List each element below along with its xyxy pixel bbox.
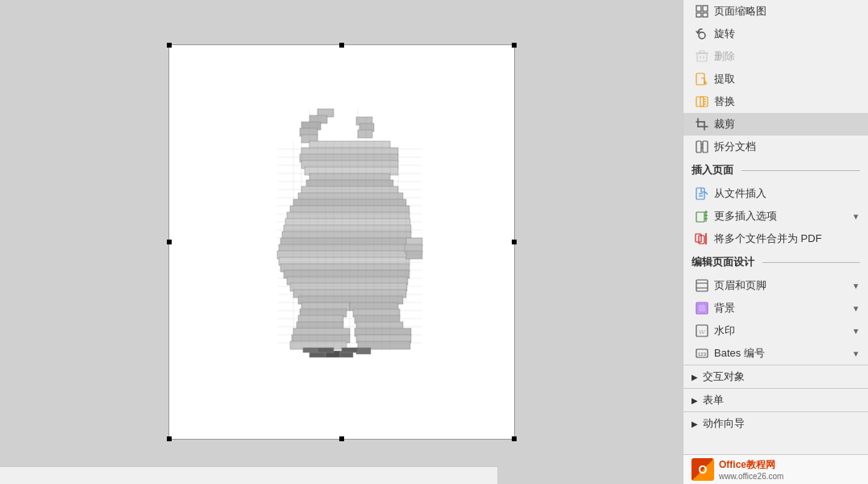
collapse-triangle-icon: ▶: [691, 396, 698, 405]
section-header-edit: 编辑页面设计: [683, 250, 868, 274]
menu-label-rotate: 旋转: [714, 27, 735, 41]
svg-point-101: [699, 32, 705, 39]
svg-text:123: 123: [698, 352, 707, 357]
office-site-name: Office教程网: [719, 458, 783, 472]
menu-item-watermark[interactable]: W 水印 ▼: [683, 319, 868, 342]
svg-rect-98: [703, 6, 708, 11]
split-icon: [695, 140, 709, 154]
svg-rect-96: [342, 348, 358, 353]
dropdown-arrow-icon: ▼: [852, 282, 860, 290]
handle-bottom-right[interactable]: [512, 436, 517, 441]
merge-icon: [695, 232, 709, 246]
menu-label-watermark: 水印: [714, 323, 735, 338]
menu-label-extract: 提取: [714, 72, 735, 86]
handle-mid-left[interactable]: [167, 240, 172, 244]
svg-rect-99: [696, 13, 701, 17]
dropdown-arrow-icon: ▼: [852, 327, 860, 336]
rotate-icon: [695, 27, 709, 41]
svg-rect-134: [696, 280, 708, 291]
menu-item-replace[interactable]: 替换: [683, 90, 868, 113]
section-edit-design: 编辑页面设计 页眉和页脚 ▼ 背景 ▼ W 水印 ▼ 123 Bates 编号 …: [683, 250, 868, 365]
collapsible-sections: ▶ 交互对象 ▶ 表单 ▶ 动作向导: [683, 365, 868, 435]
menu-label-header-footer: 页眉和页脚: [714, 278, 766, 293]
arrow-icon: ▼: [852, 212, 860, 221]
svg-rect-100: [703, 13, 708, 17]
menu-item-bates[interactable]: 123 Bates 编号 ▼: [683, 342, 868, 365]
svg-rect-95: [356, 348, 371, 354]
collapsible-label-action: 动作向导: [703, 416, 745, 431]
background-icon: [695, 301, 709, 315]
svg-rect-102: [697, 53, 707, 61]
menu-label-merge-pdf: 将多个文件合并为 PDF: [714, 232, 822, 246]
svg-rect-107: [696, 73, 704, 85]
watermark-icon: W: [695, 323, 709, 338]
office-text: Office教程网 www.office26.com: [719, 458, 783, 481]
section-header-insert: 插入页面: [683, 158, 868, 182]
collapsible-interactive[interactable]: ▶ 交互对象: [683, 365, 868, 388]
menu-label-more-insert: 更多插入选项: [714, 209, 777, 223]
handle-mid-right[interactable]: [512, 240, 517, 244]
menu-item-background[interactable]: 背景 ▼: [683, 297, 868, 319]
insert-file-icon: [695, 186, 709, 201]
menu-item-insert-from-file[interactable]: 从文件插入: [683, 182, 868, 205]
menu-item-extract[interactable]: 提取: [683, 68, 868, 90]
menu-label-background: 背景: [714, 301, 735, 315]
menu-item-rotate[interactable]: 旋转: [683, 23, 868, 45]
dropdown-arrow-icon: ▼: [852, 349, 860, 358]
right-panel: 页面缩略图 旋转 删除 提取 替换 裁剪 拆分文档 插入页面 从文件插入 更多插…: [683, 0, 868, 484]
handle-bottom-mid[interactable]: [339, 436, 344, 441]
menu-item-crop[interactable]: 裁剪: [683, 113, 868, 136]
menu-item-merge-pdf[interactable]: 将多个文件合并为 PDF: [683, 227, 868, 250]
svg-rect-93: [303, 348, 318, 353]
menu-item-more-insert[interactable]: 更多插入选项 ▼: [683, 205, 868, 227]
menu-item-page-thumbnail[interactable]: 页面缩略图: [683, 0, 868, 23]
collapsible-label-interactive: 交互对象: [703, 369, 745, 384]
svg-rect-29: [406, 251, 422, 259]
collapsible-action[interactable]: ▶ 动作向导: [683, 411, 868, 435]
menu-item-delete: 删除: [683, 45, 868, 68]
dropdown-arrow-icon: ▼: [852, 304, 860, 313]
collapsible-label-form: 表单: [703, 393, 724, 407]
handle-bottom-left[interactable]: [167, 436, 172, 441]
section-insert-page: 插入页面 从文件插入 更多插入选项 ▼ 将多个文件合并为 PDF: [683, 158, 868, 250]
menu-item-header-footer[interactable]: 页眉和页脚 ▼: [683, 274, 868, 297]
collapsible-form[interactable]: ▶ 表单: [683, 388, 868, 411]
main-canvas-area: [0, 0, 683, 484]
svg-text:W: W: [699, 328, 706, 336]
extract-icon: [695, 72, 709, 86]
page-canvas[interactable]: [168, 44, 515, 440]
menu-label-insert-from-file: 从文件插入: [714, 186, 766, 201]
svg-rect-126: [696, 212, 704, 222]
crop-icon: [695, 117, 709, 131]
svg-rect-97: [696, 6, 701, 11]
svg-rect-7: [358, 130, 372, 138]
menu-label-delete: 删除: [714, 49, 735, 64]
svg-line-123: [705, 192, 708, 194]
status-bar: [0, 466, 497, 484]
collapse-triangle-icon: ▶: [691, 419, 698, 428]
menu-item-split-doc[interactable]: 拆分文档: [683, 136, 868, 158]
replace-icon: [695, 94, 709, 109]
svg-rect-106: [700, 51, 704, 53]
menu-label-replace: 替换: [714, 94, 735, 109]
svg-rect-119: [696, 141, 701, 152]
menu-label-split-doc: 拆分文档: [714, 140, 756, 154]
handle-top-mid[interactable]: [339, 43, 344, 48]
handle-top-right[interactable]: [512, 43, 517, 48]
top-menu-items: 页面缩略图 旋转 删除 提取 替换 裁剪 拆分文档: [683, 0, 868, 158]
thumbnail-icon: [695, 4, 709, 19]
handle-top-left[interactable]: [167, 43, 172, 48]
bates-icon: 123: [695, 346, 709, 361]
bunny-image: [213, 93, 471, 391]
menu-label-bates: Bates 编号: [714, 346, 765, 361]
svg-rect-94: [318, 348, 334, 353]
collapse-triangle-icon: ▶: [691, 373, 698, 382]
menu-label-crop: 裁剪: [714, 117, 735, 131]
svg-rect-120: [703, 141, 708, 152]
header-footer-icon: [695, 278, 709, 293]
office-logo-icon: O: [691, 458, 714, 481]
more-insert-icon: [695, 209, 709, 223]
menu-label-page-thumbnail: 页面缩略图: [714, 4, 766, 19]
delete-icon: [695, 49, 709, 64]
office-site-url: www.office26.com: [719, 472, 783, 481]
